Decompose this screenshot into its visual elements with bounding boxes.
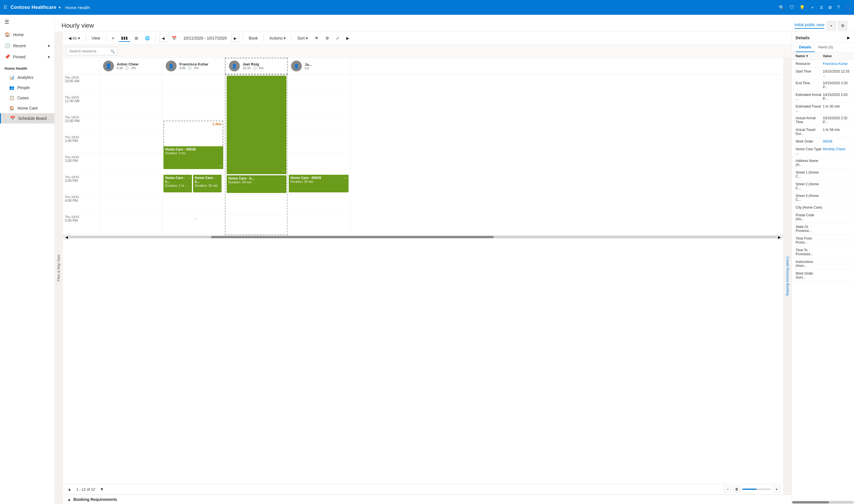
expand-button[interactable]: ⤢: [334, 35, 342, 41]
tab-details[interactable]: Details: [796, 43, 815, 52]
page-up-btn[interactable]: ▲: [66, 486, 73, 492]
time-2: 11:00 AM: [65, 99, 80, 103]
create-booking-tab[interactable]: Create Resource Booking: [783, 58, 791, 494]
add-view-button[interactable]: +: [827, 21, 836, 30]
details-value-resource[interactable]: Francisca Kuhar: [823, 62, 850, 66]
booking-duration-f3pm: Duration: 1 hr ...: [165, 184, 190, 187]
globe-view-button[interactable]: 🌐: [143, 35, 152, 41]
view-button[interactable]: View: [89, 35, 103, 41]
board-settings-button[interactable]: ⚙: [323, 35, 331, 41]
sidebar-item-analytics-label: Analytics: [17, 75, 33, 80]
resource-clock-icon-f: 🕐: [188, 66, 192, 70]
schedule-scroll-area[interactable]: Thu 10/1510:00 AM Thu 10/1511:00 AM Thu …: [63, 75, 783, 484]
filter-icon[interactable]: ⧖: [820, 5, 823, 10]
actions-label: Actions: [269, 36, 282, 40]
user-icon[interactable]: 👤: [845, 5, 851, 10]
add-icon[interactable]: ＋: [810, 4, 815, 11]
sidebar-item-people-label: People: [17, 85, 30, 90]
booking-francisca-3pm-2[interactable]: Home Care - 0... Duration: 30 min: [193, 175, 222, 192]
sidebar-item-cases[interactable]: 📋 Cases: [0, 93, 54, 103]
booking-jael-3pm[interactable]: Home Care - 0... Duration: 30 min: [227, 175, 286, 193]
zoom-out-button[interactable]: −: [724, 486, 731, 492]
shield-icon[interactable]: 🛡: [790, 5, 794, 10]
scroll-left-btn[interactable]: ◀: [64, 235, 69, 239]
table-view-button[interactable]: ⊞: [133, 35, 140, 41]
booking-expand-icon[interactable]: ▲: [67, 497, 71, 502]
sidebar-item-schedule-board[interactable]: 📅 Schedule Board: [0, 113, 54, 124]
home-care-icon: 🏠: [9, 106, 15, 111]
sidebar-item-people[interactable]: 👥 People: [0, 83, 54, 93]
sidebar-item-analytics[interactable]: 📊 Analytics: [0, 72, 54, 83]
lightbulb-icon[interactable]: 💡: [799, 5, 805, 10]
date-prev-button[interactable]: ◀: [159, 34, 167, 42]
booking-francisca-00038[interactable]: Home Care - 00038 Duration: 2 hrs ···: [163, 146, 223, 169]
details-value-work-order[interactable]: 00038: [823, 140, 850, 143]
horizontal-scrollbar[interactable]: ◀ ▶: [63, 235, 783, 238]
time-8: 5:00 PM: [65, 219, 79, 222]
details-row-city: City (Home Care): [791, 204, 854, 212]
booking-menu-jael[interactable]: ···: [282, 168, 285, 173]
page-down-btn[interactable]: ▼: [99, 486, 105, 492]
board-settings-icon: ⚙: [326, 36, 329, 40]
sidebar-item-recent[interactable]: 🕒 Recent ▾: [0, 40, 54, 51]
pagination-text: 1 - 12 of 12: [76, 487, 95, 491]
actions-button[interactable]: Actions ▾: [267, 35, 288, 41]
booking-ja-3pm[interactable]: Home Care - 00029 Duration: 30 min ···: [289, 175, 349, 192]
details-value-care-type[interactable]: Monthly Check: [823, 147, 850, 155]
calendar-icon-button[interactable]: 📅: [170, 35, 179, 41]
booking-francisca-3pm[interactable]: Home Care - 0... Duration: 1 hr ... ···: [163, 175, 192, 192]
time-slot-1200: Thu 10/1512:00 PM: [63, 114, 99, 134]
search-icon[interactable]: 🔍: [779, 5, 785, 10]
resource-stats-anton: 0:30 🕐 0%: [117, 66, 159, 70]
booking-menu-ja3pm[interactable]: ···: [344, 176, 347, 180]
details-value-addr-name: [823, 159, 850, 167]
booking-menu-00038[interactable]: ···: [219, 163, 222, 168]
view-settings-button[interactable]: ⚙: [838, 21, 847, 30]
initial-public-view-button[interactable]: Initial public view: [795, 22, 824, 29]
sidebar-item-home-care[interactable]: 🏠 Home Care: [0, 103, 54, 113]
zoom-pause-button[interactable]: ⏸: [733, 486, 740, 492]
sidebar-item-pinned[interactable]: 📌 Pinned ▾: [0, 51, 54, 62]
separator-1: [86, 35, 86, 41]
next-panel-button[interactable]: ▶: [344, 35, 352, 41]
col-sort-icon[interactable]: ▾: [806, 54, 808, 58]
booking-jael-large[interactable]: ···: [227, 76, 286, 174]
cases-icon: 📋: [9, 95, 15, 101]
filter-panel-toggle[interactable]: Filter & Map View: [55, 32, 63, 504]
details-value-actual-arrival: 10/15/2020 2:32 P...: [823, 116, 850, 124]
zoom-in-button[interactable]: +: [773, 486, 780, 492]
bar-view-button[interactable]: ▮▮▮: [119, 34, 130, 42]
details-expand-icon[interactable]: ▶: [847, 36, 850, 40]
resource-header-row: 👤 Anton Chew 0:30 🕐 0%: [63, 58, 783, 75]
sort-button[interactable]: Sort ▾: [295, 35, 310, 41]
app-dropdown-icon[interactable]: ▾: [59, 5, 60, 10]
details-value-street2: [823, 182, 850, 190]
scroll-right-btn[interactable]: ▶: [777, 235, 782, 239]
apps-icon[interactable]: ⠿: [3, 4, 7, 11]
time-slot-1400: Thu 10/152:00 PM: [63, 154, 99, 174]
details-value-postal: [823, 213, 850, 221]
help-icon[interactable]: ?: [837, 5, 840, 10]
details-value-est-travel: 1 hr 30 min: [823, 105, 850, 112]
sidebar-item-home[interactable]: 🏠 Home: [0, 29, 54, 40]
settings-icon[interactable]: ⚙: [828, 5, 832, 10]
prev-view-button[interactable]: ◀ irs ▾: [66, 35, 82, 41]
search-input[interactable]: [66, 47, 117, 55]
tab-alerts[interactable]: Alerts (0): [815, 43, 837, 52]
booking-duration-f3pm2: Duration: 30 min: [195, 184, 220, 187]
scrollbar-thumb: [211, 236, 494, 238]
schedule-grid-wrapper: 👤 Anton Chew 0:30 🕐 0%: [63, 58, 791, 494]
time-7: 4:00 PM: [65, 199, 79, 203]
book-button[interactable]: Book: [246, 35, 260, 41]
date-next-button[interactable]: ▶: [231, 34, 239, 42]
hamburger-menu[interactable]: ☰: [0, 15, 54, 29]
resource-stats-francisca: 4:00 🕐 2%: [179, 66, 221, 70]
sidebar: ☰ 🏠 Home 🕒 Recent ▾ 📌 Pinned ▾ Home Heal…: [0, 15, 55, 504]
booking-menu-f3pm[interactable]: ···: [187, 176, 191, 180]
time-slot-1100: Thu 10/1511:00 AM: [63, 94, 99, 114]
grid-body: Thu 10/1510:00 AM Thu 10/1511:00 AM Thu …: [63, 75, 783, 235]
list-view-button[interactable]: ≡: [110, 35, 117, 41]
booking-more-f[interactable]: ···: [194, 216, 197, 221]
details-scrollbar[interactable]: [791, 501, 854, 504]
eye-button[interactable]: 👁: [312, 35, 321, 41]
